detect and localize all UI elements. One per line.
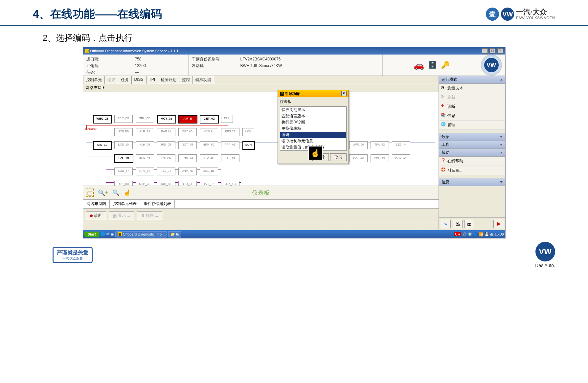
sidebar-item-admin[interactable]: 🌐管理 [439, 121, 505, 130]
node[interactable]: FZF_09 [114, 154, 133, 163]
quicklaunch-ie-icon[interactable]: 🌐 [101, 232, 105, 237]
node[interactable]: NOT_75 [178, 141, 197, 149]
print-button[interactable]: 🖶 [453, 220, 463, 228]
dialog-close-button[interactable]: × [341, 91, 347, 96]
node[interactable]: HBM_8C [200, 141, 218, 149]
node[interactable]: AIR_B [178, 115, 197, 124]
quicklaunch-mail-icon[interactable]: ✉ [106, 232, 109, 237]
close-button[interactable]: × [497, 48, 503, 54]
node[interactable]: NAV_37 [136, 168, 154, 175]
tray-icon[interactable]: 🔵 [473, 232, 478, 237]
tab-test-plan[interactable]: 检测计划 [158, 76, 179, 84]
node[interactable]: LRE_10 [114, 141, 133, 149]
maximize-button[interactable]: □ [489, 48, 495, 54]
node[interactable]: SOF_3D [349, 154, 368, 162]
tab-flow[interactable]: 流程 [179, 76, 193, 84]
node[interactable]: SRL_BE [136, 115, 154, 123]
collapse-button[interactable]: » [441, 220, 451, 228]
sidebar-item-measure[interactable]: ◔测量技术 [439, 84, 505, 93]
mode-header[interactable]: 运行模式 [439, 76, 505, 84]
cancel-button[interactable]: 取消 [330, 153, 347, 161]
dialog-list[interactable]: 保养周期显示 匹配语言版本 执行元件诊断 更换仪表板 编码 读取控制单元信息 读… [280, 106, 347, 151]
node[interactable]: TFA_42 [371, 141, 389, 149]
node[interactable]: REI_05 [157, 141, 175, 149]
node[interactable]: M2B 11 [200, 128, 218, 136]
tools-header[interactable]: 工具 [439, 141, 505, 149]
node[interactable]: BRE 03 [178, 128, 197, 136]
tab-tpi[interactable]: TPI [146, 76, 158, 84]
taskbar-app-button[interactable]: ⊞ Offboard Diagnostic Info... [115, 231, 167, 237]
node[interactable]: KLH_08 [136, 141, 154, 149]
close-sidebar-button[interactable]: ✖ [493, 220, 503, 228]
node[interactable]: RTD_5F [178, 181, 197, 186]
node[interactable]: WEG_25 [93, 115, 112, 124]
list-item[interactable]: 更换仪表板 [280, 125, 346, 132]
sidebar-item-support[interactable]: 🛟서포트... [439, 166, 505, 175]
tray-icon[interactable]: 🖧 [490, 232, 494, 236]
info-header[interactable]: 信息 [439, 178, 505, 186]
btab-unitlist[interactable]: 控制单元列表 [110, 200, 140, 208]
btab-events[interactable]: 事件存储器列表 [140, 200, 175, 208]
node[interactable]: TVT_57 [200, 181, 218, 186]
node[interactable]: LWR_00 [349, 141, 368, 149]
sidebar-item-online-help[interactable]: ❓在线帮助 [439, 157, 505, 166]
node[interactable]: THI_AD [157, 154, 175, 162]
tray-icon[interactable]: 🛡️ [468, 232, 472, 237]
node[interactable]: SRR_BF [114, 115, 133, 123]
diag-button[interactable]: 诊断 [86, 211, 106, 220]
data-header[interactable]: 数据 [439, 133, 505, 141]
list-item[interactable]: 执行元件诊断 [280, 119, 346, 125]
node[interactable]: MOT_01 [157, 115, 176, 124]
tab-special[interactable]: 特殊功能 [192, 76, 214, 84]
sidebar-item-refresh[interactable]: ⟳刷新 [439, 93, 505, 102]
node[interactable]: HOB BD [114, 128, 133, 136]
node[interactable]: RAD_14 [392, 154, 410, 162]
node[interactable]: EZZ_4K [392, 141, 410, 149]
minimize-button[interactable]: _ [482, 48, 488, 54]
sidebar-item-diag[interactable]: ✚诊断 [439, 102, 505, 111]
node[interactable]: TEL_77 [157, 168, 175, 175]
sidebar-item-info[interactable]: 📚信息 [439, 111, 505, 121]
node[interactable]: RIO_58 [157, 181, 175, 186]
node[interactable]: LKH [242, 128, 254, 136]
tab-diss[interactable]: DISS [131, 76, 147, 84]
node[interactable]: GET_02 [200, 115, 219, 124]
node[interactable]: ZS1_1B [200, 168, 218, 175]
help-header[interactable]: 帮助 [439, 149, 505, 157]
node[interactable]: UHV_7D [178, 168, 197, 175]
node[interactable]: FSF_63 [221, 154, 239, 162]
tab-tasks[interactable]: 任务 [118, 76, 132, 84]
node[interactable]: DID_19 [93, 141, 112, 150]
list-item[interactable]: 匹配语言版本 [280, 113, 346, 119]
node[interactable]: THR_72 [178, 154, 197, 162]
node[interactable]: LGK_1C [221, 181, 239, 186]
sort-button[interactable]: ⇅排序 ... [137, 211, 162, 220]
start-button[interactable]: Start [84, 232, 99, 237]
node[interactable]: SUU_47 [114, 168, 133, 175]
list-item[interactable]: 保养周期显示 [280, 107, 346, 113]
quicklaunch-media-icon[interactable]: ◉ [111, 232, 114, 237]
tab-control-unit[interactable]: 控制单元 [83, 76, 105, 84]
node[interactable]: BAR 61 [157, 128, 175, 136]
node[interactable]: RFK_8C [114, 181, 133, 186]
node[interactable]: BFS 53 [221, 128, 239, 136]
node[interactable]: ALR_22 [136, 128, 154, 136]
tray-icon[interactable]: 📶 [479, 232, 484, 237]
node[interactable]: FFF_A5 [221, 141, 239, 149]
tab-results[interactable]: 结果 [104, 76, 118, 84]
list-item[interactable]: 读取控制单元信息 [280, 138, 346, 144]
tray-icon[interactable]: 🔊 [462, 232, 467, 237]
node[interactable]: ZKS_46 [136, 154, 154, 162]
node[interactable]: ELA [221, 115, 233, 123]
node[interactable]: AHF_89 [371, 154, 389, 162]
taskbar-folder-button[interactable]: 📁 tu [168, 231, 181, 237]
network-diagram[interactable]: connector WEG_25 SRR_BF SRL_BE MOT_01 AI… [83, 92, 439, 186]
node[interactable]: SCH [242, 141, 255, 150]
tray-icon[interactable]: 💾 [485, 232, 489, 237]
list-item-selected[interactable]: 编码 [280, 132, 346, 138]
screenshot-button[interactable]: ▦ [464, 220, 474, 228]
btab-network[interactable]: 网络布局图 [83, 200, 110, 208]
node[interactable]: M3P_2E [136, 181, 154, 186]
node[interactable]: FID_26 [200, 154, 218, 162]
display-button[interactable]: ▦显示 ... [109, 211, 134, 220]
